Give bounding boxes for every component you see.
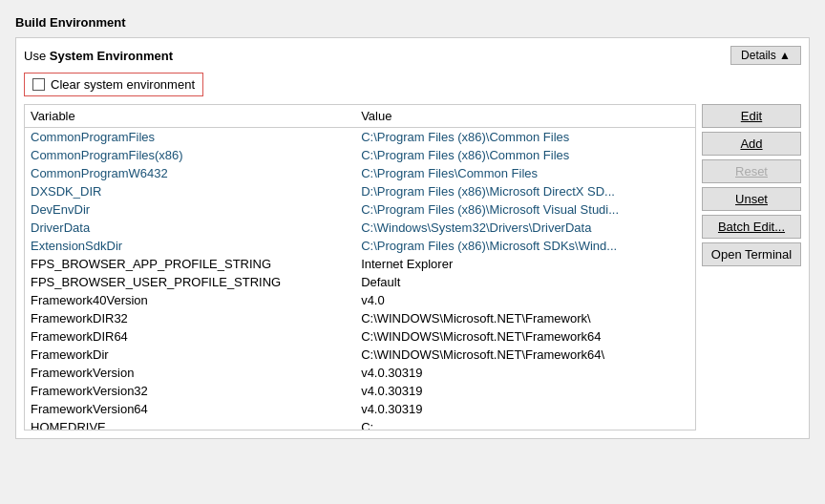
var-name-cell: FrameworkDIR64 xyxy=(25,327,355,346)
var-name-cell: FPS_BROWSER_APP_PROFILE_STRING xyxy=(25,255,355,273)
var-name-cell: Framework40Version xyxy=(25,291,355,309)
build-env-container: Use System Environment Details ▲ Clear s… xyxy=(15,37,810,439)
edit-button[interactable]: Edit xyxy=(702,104,801,128)
col-value: Value xyxy=(355,105,695,128)
table-row[interactable]: FrameworkDIR64C:\WINDOWS\Microsoft.NET\F… xyxy=(25,327,695,346)
var-name-cell: CommonProgramW6432 xyxy=(25,164,355,182)
table-container: Variable Value CommonProgramFilesC:\Prog… xyxy=(24,104,696,430)
var-name-cell: FrameworkVersion xyxy=(25,364,355,382)
table-row[interactable]: Framework40Versionv4.0 xyxy=(25,291,695,309)
var-name-cell: HOMEDRIVE xyxy=(25,418,355,430)
var-name-cell: FPS_BROWSER_USER_PROFILE_STRING xyxy=(25,273,355,291)
var-value-cell: C:\WINDOWS\Microsoft.NET\Framework\ xyxy=(355,309,695,327)
batch-edit-button[interactable]: Batch Edit... xyxy=(702,215,801,239)
table-row[interactable]: FrameworkVersion64v4.0.30319 xyxy=(25,400,695,418)
var-value-cell: Internet Explorer xyxy=(355,255,695,273)
var-value-cell: v4.0.30319 xyxy=(355,382,695,400)
clear-checkbox[interactable] xyxy=(32,78,45,91)
var-name-cell: DXSDK_DIR xyxy=(25,182,355,200)
var-value-cell: C:\WINDOWS\Microsoft.NET\Framework64\ xyxy=(355,346,695,364)
table-row[interactable]: DXSDK_DIRD:\Program Files (x86)\Microsof… xyxy=(25,182,695,200)
var-name-cell: FrameworkDir xyxy=(25,346,355,364)
var-name-cell: FrameworkVersion64 xyxy=(25,400,355,418)
table-row[interactable]: CommonProgramFilesC:\Program Files (x86)… xyxy=(25,128,695,147)
use-system-env-row: Use System Environment Details ▲ xyxy=(24,46,801,65)
col-variable: Variable xyxy=(25,105,355,128)
var-value-cell: C:\WINDOWS\Microsoft.NET\Framework64 xyxy=(355,327,695,346)
table-row[interactable]: ExtensionSdkDirC:\Program Files (x86)\Mi… xyxy=(25,237,695,255)
table-row[interactable]: DevEnvDirC:\Program Files (x86)\Microsof… xyxy=(25,200,695,219)
var-value-cell: Default xyxy=(355,273,695,291)
var-value-cell: C:\Program Files (x86)\Common Files xyxy=(355,128,695,147)
var-value-cell: C:\Program Files (x86)\Common Files xyxy=(355,146,695,164)
table-scroll[interactable]: Variable Value CommonProgramFilesC:\Prog… xyxy=(25,105,695,430)
var-name-cell: DevEnvDir xyxy=(25,200,355,219)
var-value-cell: C:\Program Files\Common Files xyxy=(355,164,695,182)
var-value-cell: C:\Program Files (x86)\Microsoft Visual … xyxy=(355,200,695,219)
var-value-cell: C: xyxy=(355,418,695,430)
env-table: Variable Value CommonProgramFilesC:\Prog… xyxy=(25,105,695,430)
unset-button[interactable]: Unset xyxy=(702,187,801,211)
table-row[interactable]: FrameworkVersionv4.0.30319 xyxy=(25,364,695,382)
table-row[interactable]: FrameworkDIR32C:\WINDOWS\Microsoft.NET\F… xyxy=(25,309,695,327)
var-value-cell: C:\Program Files (x86)\Microsoft SDKs\Wi… xyxy=(355,237,695,255)
table-row[interactable]: FrameworkDirC:\WINDOWS\Microsoft.NET\Fra… xyxy=(25,346,695,364)
table-row[interactable]: CommonProgramFiles(x86)C:\Program Files … xyxy=(25,146,695,164)
var-value-cell: v4.0.30319 xyxy=(355,364,695,382)
section-title: Build Environment xyxy=(15,15,810,30)
var-value-cell: D:\Program Files (x86)\Microsoft DirectX… xyxy=(355,182,695,200)
var-value-cell: v4.0.30319 xyxy=(355,400,695,418)
var-name-cell: ExtensionSdkDir xyxy=(25,237,355,255)
details-button[interactable]: Details ▲ xyxy=(730,46,801,65)
var-name-cell: DriverData xyxy=(25,219,355,237)
add-button[interactable]: Add xyxy=(702,132,801,156)
var-name-cell: FrameworkVersion32 xyxy=(25,382,355,400)
table-row[interactable]: DriverDataC:\Windows\System32\Drivers\Dr… xyxy=(25,219,695,237)
main-area: Variable Value CommonProgramFilesC:\Prog… xyxy=(24,104,801,430)
var-value-cell: v4.0 xyxy=(355,291,695,309)
table-row[interactable]: FPS_BROWSER_APP_PROFILE_STRINGInternet E… xyxy=(25,255,695,273)
use-system-env-label: Use System Environment xyxy=(24,49,173,63)
table-row[interactable]: HOMEDRIVEC: xyxy=(25,418,695,430)
clear-system-env-label: Clear system environment xyxy=(51,77,195,92)
var-name-cell: CommonProgramFiles xyxy=(25,128,355,147)
table-row[interactable]: FrameworkVersion32v4.0.30319 xyxy=(25,382,695,400)
buttons-panel: Edit Add Reset Unset Batch Edit... Open … xyxy=(696,104,801,430)
reset-button[interactable]: Reset xyxy=(702,159,801,183)
table-row[interactable]: CommonProgramW6432C:\Program Files\Commo… xyxy=(25,164,695,182)
var-name-cell: CommonProgramFiles(x86) xyxy=(25,146,355,164)
var-value-cell: C:\Windows\System32\Drivers\DriverData xyxy=(355,219,695,237)
var-name-cell: FrameworkDIR32 xyxy=(25,309,355,327)
table-row[interactable]: FPS_BROWSER_USER_PROFILE_STRINGDefault xyxy=(25,273,695,291)
open-terminal-button[interactable]: Open Terminal xyxy=(702,242,801,266)
clear-system-env-box[interactable]: Clear system environment xyxy=(24,73,203,96)
